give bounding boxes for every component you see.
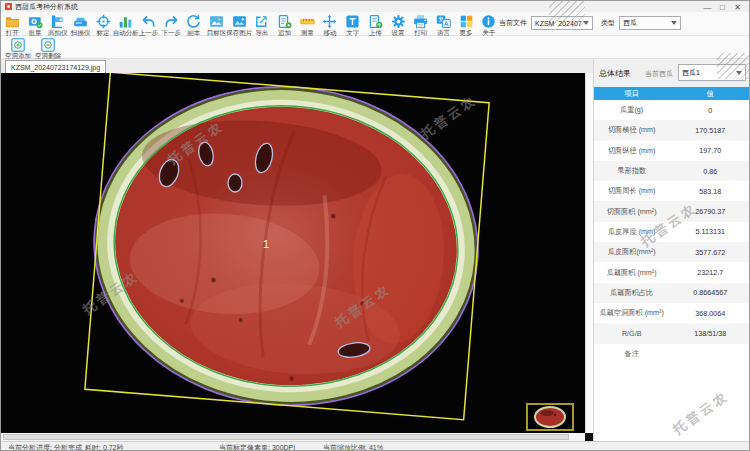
cavity-add-icon <box>11 38 25 52</box>
more-label: 更多 <box>460 29 473 36</box>
toolbar-text-button[interactable]: 文字 <box>341 12 364 36</box>
toolbar-batch-button[interactable]: 批量 <box>24 12 47 36</box>
window-title: 西甜瓜考种分析系统 <box>15 2 78 12</box>
result-item-value: 583.18 <box>669 187 750 196</box>
toolbar-settings-button[interactable]: 设置 <box>387 12 410 36</box>
result-row-0[interactable]: 瓜重(g)0 <box>594 100 750 120</box>
toolbar-cavity-delete-button[interactable]: 空洞删除 <box>33 36 63 58</box>
target-zone-label: 目标区 <box>207 29 227 36</box>
cavity-add-label: 空洞添加 <box>5 52 31 59</box>
open-icon <box>5 14 20 29</box>
auto-analyze-icon <box>118 14 133 29</box>
upload-label: 上传 <box>369 29 382 36</box>
more-icon <box>459 14 474 29</box>
results-panel-header: 总体结果 当前西瓜 西瓜1 <box>594 59 750 87</box>
melon-select[interactable]: 西瓜1 <box>678 64 746 81</box>
next-step-label: 下一步 <box>161 29 181 36</box>
result-row-1[interactable]: 切面横径 (mm)170.5187 <box>594 120 750 140</box>
vertical-scrollbar[interactable] <box>585 73 593 433</box>
image-canvas[interactable]: 1 <box>1 73 585 433</box>
result-row-8[interactable]: 瓜瓤面积 (mm²)23212.7 <box>594 262 750 282</box>
settings-icon <box>391 14 406 29</box>
col-header-item: 项目 <box>594 87 669 100</box>
result-item-value: 5.113131 <box>669 227 750 236</box>
app-logo-icon <box>5 3 12 10</box>
result-item-value: 138/51/38 <box>669 329 750 338</box>
toolbar-auto-analyze-button[interactable]: 自动分析 <box>114 12 137 36</box>
toolbar-upload-button[interactable]: 上传 <box>364 12 387 36</box>
about-icon <box>481 14 496 29</box>
cavity-toolbar: 空洞添加空洞删除 <box>1 36 749 59</box>
result-item-value: 23212.7 <box>669 268 750 277</box>
toolbar-doc-camera-button[interactable]: 高拍仪 <box>46 12 69 36</box>
result-row-5[interactable]: 切面面积 (mm²)26790.37 <box>594 201 750 221</box>
current-file-select[interactable]: KZSM_202407 <box>531 16 593 30</box>
toolbar-language-button[interactable]: 语言 <box>432 12 455 36</box>
panel-title: 总体结果 <box>599 68 631 79</box>
export-icon <box>254 14 269 29</box>
toolbar-about-button[interactable]: 关于 <box>477 12 500 36</box>
result-row-11[interactable]: R/G/B138/51/38 <box>594 323 750 343</box>
current-file-label: 当前文件 <box>499 18 527 28</box>
toolbar-file-controls: 当前文件 KZSM_202407 类型 西瓜 <box>499 16 681 30</box>
result-item-label: 果形指数 <box>594 166 669 176</box>
result-item-value: 0.86 <box>669 167 750 176</box>
toolbar-next-step-button[interactable]: 下一步 <box>160 12 183 36</box>
col-header-value: 值 <box>669 87 750 100</box>
result-item-value: 197.70 <box>669 146 750 155</box>
move-label: 移动 <box>323 29 336 36</box>
language-icon <box>436 14 451 29</box>
result-item-label: 瓜重(g) <box>594 105 669 115</box>
upload-icon <box>368 14 383 29</box>
toolbar-scanner-button[interactable]: 扫描仪 <box>69 12 92 36</box>
result-item-label: 瓜皮厚度 (mm) <box>594 227 669 237</box>
result-row-6[interactable]: 瓜皮厚度 (mm)5.113131 <box>594 222 750 242</box>
print-icon <box>413 14 428 29</box>
image-tab[interactable]: KZSM_20240723174129.jpg <box>5 60 106 73</box>
result-row-3[interactable]: 果形指数0.86 <box>594 161 750 181</box>
result-row-7[interactable]: 瓜皮面积(mm²)3577.672 <box>594 242 750 262</box>
print-label: 打印 <box>414 29 427 36</box>
toolbar-save-image-button[interactable]: 保存图片 <box>228 12 251 36</box>
toolbar-calibrate-button[interactable]: 标定 <box>92 12 115 36</box>
toolbar-items: 打开批量高拍仪扫描仪标定自动分析上一步下一步副本目标区保存图片导出追加测量移动文… <box>1 12 500 36</box>
toolbar-append-button[interactable]: 追加 <box>273 12 296 36</box>
scanner-icon <box>73 14 88 29</box>
horizontal-scrollbar[interactable] <box>1 433 585 441</box>
toolbar-prev-step-button[interactable]: 上一步 <box>137 12 160 36</box>
result-item-label: 切面周长 (mm) <box>594 186 669 196</box>
toolbar-measure-button[interactable]: 测量 <box>296 12 319 36</box>
toolbar-copy-button[interactable]: 副本 <box>183 12 206 36</box>
result-row-12[interactable]: 备注 <box>594 344 750 364</box>
toolbar-print-button[interactable]: 打印 <box>409 12 432 36</box>
result-item-label: 瓜瓤面积占比 <box>594 288 669 298</box>
overview-thumbnail[interactable] <box>526 403 574 431</box>
text-icon <box>345 14 360 29</box>
result-item-value: 26790.37 <box>669 207 750 216</box>
result-row-10[interactable]: 瓜瓤空洞面积 (mm²)368.0064 <box>594 303 750 323</box>
toolbar-move-button[interactable]: 移动 <box>319 12 342 36</box>
doc-camera-label: 高拍仪 <box>48 29 68 36</box>
toolbar-open-button[interactable]: 打开 <box>1 12 24 36</box>
toolbar-more-button[interactable]: 更多 <box>455 12 478 36</box>
result-item-label: 切面面积 (mm²) <box>594 207 669 217</box>
save-image-label: 保存图片 <box>226 29 252 36</box>
result-row-9[interactable]: 瓜瓤面积占比0.8664567 <box>594 283 750 303</box>
result-item-label: 切面横径 (mm) <box>594 125 669 135</box>
toolbar-cavity-add-button[interactable]: 空洞添加 <box>3 36 33 58</box>
copy-label: 副本 <box>187 29 200 36</box>
append-label: 追加 <box>278 29 291 36</box>
result-row-4[interactable]: 切面周长 (mm)583.18 <box>594 181 750 201</box>
analysis-status: 当前分析进度: 分析完成 <box>8 443 82 451</box>
toolbar-target-zone-button[interactable]: 目标区 <box>205 12 228 36</box>
result-row-2[interactable]: 切面纵径 (mm)197.70 <box>594 141 750 161</box>
toolbar-export-button[interactable]: 导出 <box>251 12 274 36</box>
type-select[interactable]: 西瓜 <box>619 16 681 30</box>
chevron-down-icon <box>671 21 677 25</box>
save-image-icon <box>232 14 247 29</box>
main-toolbar: 打开批量高拍仪扫描仪标定自动分析上一步下一步副本目标区保存图片导出追加测量移动文… <box>1 12 749 36</box>
watermelon-image: 1 <box>1 73 585 433</box>
melon-body <box>86 76 487 416</box>
cavity-delete-icon <box>41 38 55 52</box>
horizontal-scrollbar-thumb[interactable] <box>3 434 569 440</box>
